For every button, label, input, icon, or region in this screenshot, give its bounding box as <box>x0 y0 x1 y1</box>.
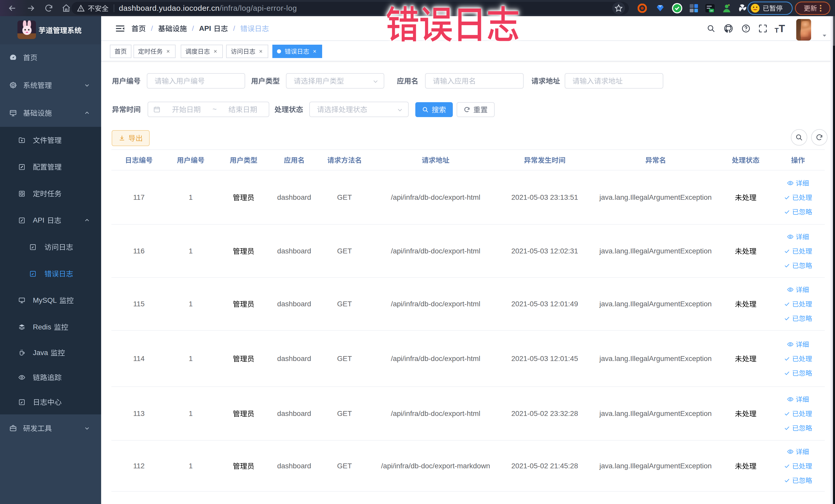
svg-text:on: on <box>710 9 713 12</box>
